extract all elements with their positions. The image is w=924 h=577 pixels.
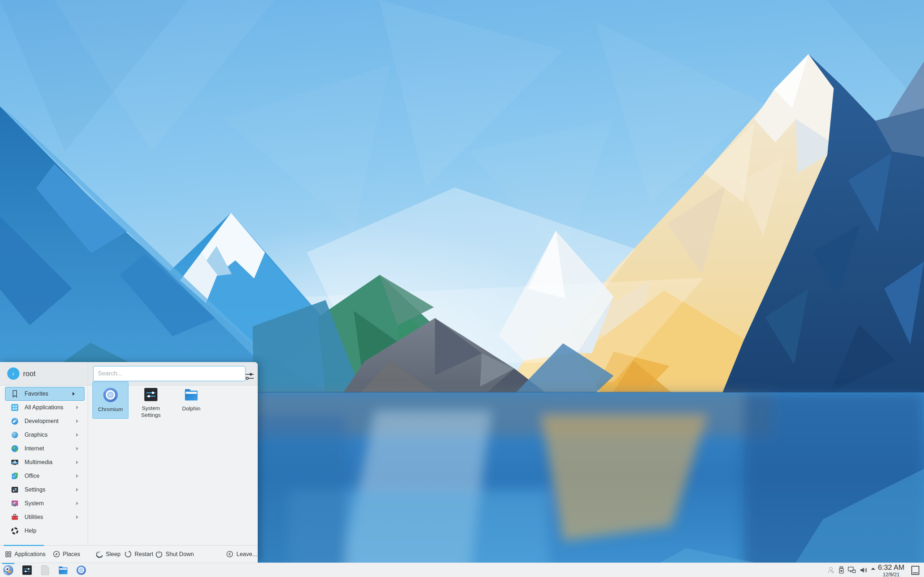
tab-label: Applications — [15, 551, 45, 558]
favorite-chromium[interactable]: Chromium — [92, 382, 129, 419]
sidebar-item-label: Office — [24, 473, 76, 479]
chevron-right-icon — [76, 474, 78, 478]
chevron-right-icon — [73, 392, 75, 396]
favorite-label: Chromium — [94, 406, 127, 413]
sidebar-item-settings[interactable]: Settings — [0, 483, 88, 496]
sidebar-item-help[interactable]: Help — [0, 524, 88, 538]
removable-device-icon[interactable] — [837, 566, 845, 574]
session-action-label: Shut Down — [166, 551, 194, 558]
taskbar-document-button[interactable] — [39, 564, 51, 576]
system-icon — [11, 500, 19, 508]
chevron-right-icon — [76, 461, 78, 464]
restart-icon — [124, 550, 132, 558]
compass-icon — [53, 551, 60, 558]
multimedia-icon — [11, 458, 19, 466]
applications-grid-icon — [5, 551, 11, 558]
chromium-icon — [76, 565, 87, 575]
application-launcher-menu: r root Favorites All Applications De — [0, 362, 258, 562]
search-input[interactable] — [93, 366, 246, 381]
clock-time: 6:32 AM — [875, 564, 908, 571]
chevron-right-icon — [76, 515, 78, 519]
sidebar-item-label: All Applications — [24, 404, 76, 411]
sidebar-item-label: Graphics — [24, 432, 76, 438]
chromium-icon — [102, 387, 119, 403]
application-launcher-button[interactable] — [2, 564, 15, 576]
sidebar-item-label: Favorites — [24, 390, 73, 397]
leave-button[interactable]: Leave... — [226, 546, 257, 562]
favorite-label: System Settings — [134, 405, 168, 418]
chevron-right-icon — [76, 447, 78, 450]
utilities-icon — [11, 513, 19, 521]
favorite-label: Dolphin — [175, 405, 208, 412]
shut-down-button[interactable]: Shut Down — [155, 546, 194, 562]
sleep-icon: z z — [95, 550, 103, 558]
applications-icon — [11, 403, 19, 411]
chevron-right-icon — [76, 501, 78, 505]
chevron-right-icon — [76, 488, 78, 492]
desktop: { "launcher": { "user_name": "root", "se… — [0, 0, 924, 577]
show-desktop-button[interactable] — [911, 566, 920, 575]
tab-applications[interactable]: Applications — [5, 546, 45, 562]
taskbar-system-settings-button[interactable] — [21, 564, 33, 576]
development-icon — [11, 417, 19, 425]
system-settings-icon — [22, 565, 32, 575]
digital-clock[interactable]: 6:32 AM 12/9/21 — [875, 564, 908, 577]
taskbar-chromium-button[interactable] — [75, 564, 87, 576]
chevron-right-icon — [76, 406, 78, 409]
bookmark-icon — [11, 390, 19, 398]
session-action-label: Sleep — [106, 551, 121, 558]
chevron-right-icon — [76, 419, 78, 423]
leave-icon — [226, 550, 234, 558]
help-icon — [11, 527, 19, 535]
sidebar-item-label: Multimedia — [24, 459, 76, 466]
sidebar-item-all-applications[interactable]: All Applications — [0, 401, 88, 414]
sidebar-item-label: Utilities — [24, 514, 76, 521]
clock-date: 12/9/21 — [875, 572, 908, 577]
session-action-label: Leave... — [236, 551, 257, 558]
taskbar: 6:32 AM 12/9/21 — [0, 562, 924, 577]
sidebar-item-favorites[interactable]: Favorites — [5, 387, 84, 401]
configure-icon[interactable] — [244, 371, 255, 384]
taskbar-dolphin-button[interactable] — [57, 564, 69, 576]
sidebar-divider — [88, 362, 88, 562]
sleep-button[interactable]: z z Sleep — [95, 546, 121, 562]
user-name: root — [23, 362, 36, 385]
svg-text:z: z — [98, 551, 99, 554]
sidebar-item-label: Help — [24, 528, 88, 534]
sidebar-item-label: Settings — [24, 487, 76, 493]
sidebar-item-multimedia[interactable]: Multimedia — [0, 456, 88, 469]
graphics-icon — [11, 431, 19, 439]
sidebar-item-office[interactable]: Office — [0, 469, 88, 483]
tab-label: Places — [63, 551, 80, 558]
user-switch-icon[interactable] — [827, 566, 835, 574]
system-settings-icon — [143, 387, 158, 402]
sidebar-item-label: Internet — [24, 445, 76, 452]
power-icon — [155, 550, 163, 558]
favorite-dolphin[interactable]: Dolphin — [173, 382, 209, 419]
settings-icon — [11, 486, 19, 494]
restart-button[interactable]: Restart — [124, 546, 153, 562]
network-icon[interactable] — [848, 566, 856, 574]
sidebar-item-label: System — [24, 500, 76, 507]
dolphin-icon — [183, 387, 199, 403]
internet-icon — [11, 445, 19, 453]
volume-icon[interactable] — [859, 566, 868, 574]
sidebar-item-internet[interactable]: Internet — [0, 442, 88, 456]
sidebar-item-graphics[interactable]: Graphics — [0, 428, 88, 442]
svg-text:z: z — [100, 550, 101, 553]
office-icon — [11, 472, 19, 480]
sidebar-item-utilities[interactable]: Utilities — [0, 510, 88, 524]
favorite-system-settings[interactable]: System Settings — [133, 382, 169, 419]
application-launcher-icon — [3, 564, 14, 576]
tab-places[interactable]: Places — [53, 546, 80, 562]
dolphin-icon — [58, 565, 69, 575]
sidebar-item-development[interactable]: Development — [0, 414, 88, 428]
chevron-right-icon — [76, 433, 78, 437]
user-avatar[interactable]: r — [7, 367, 19, 380]
document-icon — [40, 565, 50, 575]
launcher-footer: Applications Places z z Sleep Restart — [0, 545, 258, 562]
session-action-label: Restart — [135, 551, 153, 558]
sidebar-item-system[interactable]: System — [0, 496, 88, 510]
sidebar-item-label: Development — [24, 418, 76, 424]
